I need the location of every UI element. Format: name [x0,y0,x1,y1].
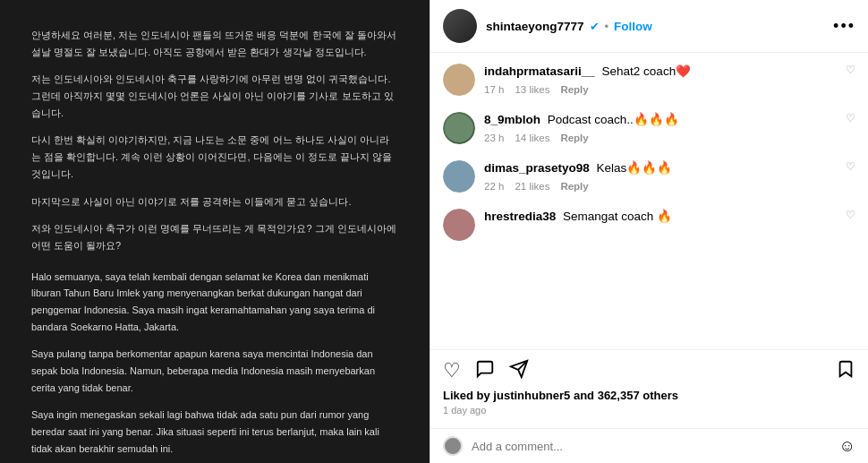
post-paragraph-6: Halo semuanya, saya telah kembali dengan… [31,269,398,336]
add-comment-input[interactable] [472,440,830,453]
comment-content: Podcast coach..🔥🔥🔥 [548,113,679,126]
comment-text: 8_9mbloh Podcast coach..🔥🔥🔥 [484,112,837,129]
commenter-avatar[interactable] [443,209,475,241]
separator: • [605,20,609,33]
comment-body: 8_9mbloh Podcast coach..🔥🔥🔥 23 h 14 like… [484,112,837,144]
reply-button[interactable]: Reply [560,133,588,143]
avatar[interactable] [443,9,477,43]
like-comment-icon[interactable]: ♡ [846,209,855,241]
comment-time: 17 h [484,84,504,95]
post-paragraph-2: 저는 인도네시아와 인도네시아 축구를 사랑하기에 아무런 변명 없이 귀국했습… [31,71,398,121]
post-paragraph-7: Saya pulang tanpa berkomentar apapun kar… [31,346,398,396]
commenter-username[interactable]: hrestredia38 [484,210,556,223]
comment-text: dimas_prasetyo98 Kelas🔥🔥🔥 [484,160,837,177]
comment-item: 8_9mbloh Podcast coach..🔥🔥🔥 23 h 14 like… [443,112,855,144]
commenter-avatar[interactable] [443,160,475,193]
comment-likes: 14 likes [515,133,549,143]
comment-content: Semangat coach 🔥 [563,210,672,223]
comment-meta: 17 h 13 likes Reply [484,84,837,95]
share-icon[interactable] [509,359,529,382]
commenter-avatar[interactable] [443,112,475,144]
post-paragraph-5: 저와 인도네시아 축구가 이런 명예를 무너뜨리는 게 목적인가요? 그게 인도… [31,220,398,253]
comment-icon[interactable] [475,359,495,382]
commenter-avatar[interactable] [443,64,475,96]
comment-meta: 23 h 14 likes Reply [484,133,837,143]
reply-button[interactable]: Reply [560,84,588,95]
liked-by-user[interactable]: justinhubner5 [493,389,570,402]
emoji-icon[interactable]: ☺ [839,437,855,456]
like-comment-icon[interactable]: ♡ [846,64,855,96]
like-comment-icon[interactable]: ♡ [846,112,855,144]
liked-by-suffix: and 362,357 others [570,389,678,402]
liked-by-prefix: Liked by [443,389,493,402]
comment-time: 23 h [484,133,504,143]
post-image-panel: 안녕하세요 여러분, 저는 인도네시아 팬들의 뜨거운 배응 덕분에 한국에 잘… [0,0,430,463]
commenter-username[interactable]: indahprmatasarii__ [484,64,595,78]
comment-body: dimas_prasetyo98 Kelas🔥🔥🔥 22 h 21 likes … [484,160,837,193]
like-icon[interactable]: ♡ [443,361,461,381]
post-paragraph-4: 마지막으로 사실이 아닌 이야기로 저를 공격하는 이들에게 묻고 싶습니다. [31,193,398,210]
more-options-icon[interactable]: ••• [833,17,855,36]
comment-user-avatars [443,436,463,456]
commenter-username[interactable]: dimas_prasetyo98 [484,161,590,175]
comments-area[interactable]: indahprmatasarii__ Sehat2 coach❤️ 17 h 1… [430,53,868,349]
action-bar: ♡ Liked by justinhubner5 and 362,357 oth… [430,349,868,428]
post-paragraph-8: Saya ingin menegaskan sekali lagi bahwa … [31,407,398,457]
post-paragraph-1: 안녕하세요 여러분, 저는 인도네시아 팬들의 뜨거운 배응 덕분에 한국에 잘… [31,27,398,60]
comment-item: indahprmatasarii__ Sehat2 coach❤️ 17 h 1… [443,64,855,96]
post-header: shintaeyong7777 ✔ • Follow ••• [430,0,868,53]
bookmark-icon[interactable] [836,359,855,382]
comment-likes: 13 likes [515,84,549,95]
username[interactable]: shintaeyong7777 [486,20,584,33]
liked-by: Liked by justinhubner5 and 362,357 other… [443,389,855,402]
comment-text: indahprmatasarii__ Sehat2 coach❤️ [484,64,837,81]
post-text-content: 안녕하세요 여러분, 저는 인도네시아 팬들의 뜨거운 배응 덕분에 한국에 잘… [0,0,430,463]
comment-text: hrestredia38 Semangat coach 🔥 [484,209,837,226]
post-time: 1 day ago [443,405,855,416]
comment-body: indahprmatasarii__ Sehat2 coach❤️ 17 h 1… [484,64,837,96]
comment-item: dimas_prasetyo98 Kelas🔥🔥🔥 22 h 21 likes … [443,160,855,193]
comment-meta: 22 h 21 likes Reply [484,181,837,192]
post-paragraph-3: 다시 한번 확실히 이야기하지만, 지금 나도는 소문 중에 어느 하나도 사실… [31,132,398,182]
comment-content: Kelas🔥🔥🔥 [597,161,673,175]
commenter-username[interactable]: 8_9mbloh [484,113,540,126]
right-panel: shintaeyong7777 ✔ • Follow ••• indahprma… [430,0,868,463]
comment-time: 22 h [484,181,504,192]
comment-content: Sehat2 coach❤️ [602,64,692,78]
like-comment-icon[interactable]: ♡ [846,160,855,193]
username-wrap: shintaeyong7777 ✔ • Follow [486,20,824,33]
comment-likes: 21 likes [515,181,549,192]
reply-button[interactable]: Reply [560,181,588,192]
comment-body: hrestredia38 Semangat coach 🔥 [484,209,837,241]
action-icons: ♡ [443,359,855,382]
comment-item: hrestredia38 Semangat coach 🔥 ♡ [443,209,855,241]
follow-button[interactable]: Follow [614,20,652,33]
add-comment-bar: ☺ [430,428,868,463]
verified-icon: ✔ [590,20,600,33]
